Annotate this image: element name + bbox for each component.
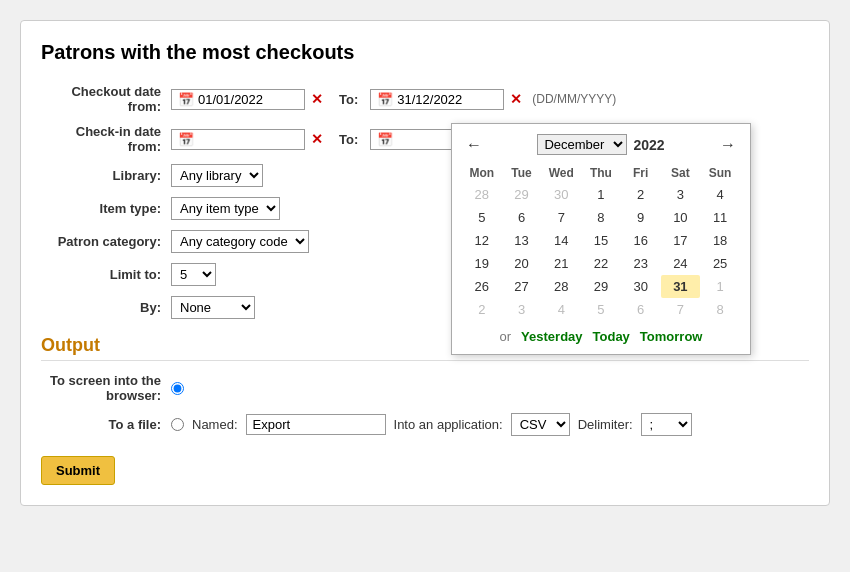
calendar-day-cell: 5	[581, 298, 621, 321]
cal-next-button[interactable]: →	[716, 136, 740, 154]
calendar-day-cell: 29	[502, 183, 542, 206]
calendar-day-cell[interactable]: 20	[502, 252, 542, 275]
into-app-label: Into an application:	[394, 417, 503, 432]
calendar-icon-checkout-to: 📅	[377, 92, 393, 107]
page-container: Patrons with the most checkouts Checkout…	[20, 20, 830, 506]
checkout-date-from-wrapper: 📅	[171, 89, 305, 110]
item-type-select[interactable]: Any item type	[171, 197, 280, 220]
calendar-day-cell: 2	[462, 298, 502, 321]
checkout-date-to-label: To:	[339, 92, 358, 107]
to-file-row: To a file: Named: Into an application: C…	[41, 413, 809, 436]
cal-today-link[interactable]: Today	[593, 329, 630, 344]
calendar-day-cell[interactable]: 16	[621, 229, 661, 252]
cal-yesterday-link[interactable]: Yesterday	[521, 329, 582, 344]
to-file-radio[interactable]	[171, 418, 184, 431]
checkout-date-from-input[interactable]	[198, 92, 298, 107]
calendar-day-cell[interactable]: 1	[581, 183, 621, 206]
calendar-header: ← JanuaryFebruaryMarch AprilMayJune July…	[462, 134, 740, 155]
patron-category-label: Patron category:	[41, 234, 171, 249]
calendar-day-cell[interactable]: 7	[541, 206, 581, 229]
library-select[interactable]: Any library	[171, 164, 263, 187]
calendar-weekdays-row: Mon Tue Wed Thu Fri Sat Sun	[462, 163, 740, 183]
submit-button[interactable]: Submit	[41, 456, 115, 485]
calendar-day-cell: 3	[502, 298, 542, 321]
to-screen-row: To screen into the browser:	[41, 373, 809, 403]
calendar-day-cell[interactable]: 25	[700, 252, 740, 275]
to-screen-radio[interactable]	[171, 382, 184, 395]
calendar-icon-checkin-from: 📅	[178, 132, 194, 147]
calendar-day-cell[interactable]: 19	[462, 252, 502, 275]
calendar-day-cell[interactable]: 8	[581, 206, 621, 229]
cal-weekday-thu: Thu	[581, 163, 621, 183]
calendar-day-cell[interactable]: 6	[502, 206, 542, 229]
calendar-day-cell[interactable]: 18	[700, 229, 740, 252]
calendar-week-row: 19202122232425	[462, 252, 740, 275]
item-type-controls: Any item type	[171, 197, 280, 220]
checkout-date-to-input[interactable]	[397, 92, 497, 107]
calendar-day-cell[interactable]: 10	[661, 206, 701, 229]
checkout-date-label: Checkout date from:	[41, 84, 171, 114]
cal-weekday-fri: Fri	[621, 163, 661, 183]
calendar-day-cell[interactable]: 11	[700, 206, 740, 229]
calendar-day-cell[interactable]: 17	[661, 229, 701, 252]
cal-or: or	[500, 329, 512, 344]
calendar-day-cell[interactable]: 12	[462, 229, 502, 252]
calendar-day-cell[interactable]: 26	[462, 275, 502, 298]
by-select[interactable]: None Library Item type	[171, 296, 255, 319]
calendar-day-cell[interactable]: 27	[502, 275, 542, 298]
delimiter-label: Delimiter:	[578, 417, 633, 432]
calendar-day-cell[interactable]: 2	[621, 183, 661, 206]
checkout-date-from-clear[interactable]: ✕	[311, 91, 323, 107]
cal-year: 2022	[633, 137, 664, 153]
calendar-footer: or Yesterday Today Tomorrow	[462, 329, 740, 344]
limit-to-select[interactable]: 5 10 20 50	[171, 263, 216, 286]
cal-month-select[interactable]: JanuaryFebruaryMarch AprilMayJune JulyAu…	[537, 134, 627, 155]
calendar-day-cell[interactable]: 5	[462, 206, 502, 229]
by-label: By:	[41, 300, 171, 315]
date-format-hint: (DD/MM/YYYY)	[532, 92, 616, 106]
calendar-day-cell[interactable]: 21	[541, 252, 581, 275]
calendar-day-cell: 6	[621, 298, 661, 321]
cal-tomorrow-link[interactable]: Tomorrow	[640, 329, 703, 344]
cal-prev-button[interactable]: ←	[462, 136, 486, 154]
calendar-day-cell: 4	[541, 298, 581, 321]
calendar-day-cell[interactable]: 30	[621, 275, 661, 298]
cal-weekday-tue: Tue	[502, 163, 542, 183]
item-type-label: Item type:	[41, 201, 171, 216]
calendar-day-cell[interactable]: 4	[700, 183, 740, 206]
calendar-day-cell[interactable]: 29	[581, 275, 621, 298]
checkin-date-from-clear[interactable]: ✕	[311, 131, 323, 147]
calendar-week-row: 2627282930311	[462, 275, 740, 298]
calendar-day-cell[interactable]: 24	[661, 252, 701, 275]
calendar-week-row: 567891011	[462, 206, 740, 229]
delimiter-select[interactable]: ; , | Tab	[641, 413, 692, 436]
checkin-date-from-input[interactable]	[198, 132, 298, 147]
calendar-day-cell[interactable]: 22	[581, 252, 621, 275]
calendar-day-cell[interactable]: 15	[581, 229, 621, 252]
to-screen-controls	[171, 382, 184, 395]
calendar-day-cell[interactable]: 13	[502, 229, 542, 252]
to-file-controls: Named: Into an application: CSV TSV ODS …	[171, 413, 692, 436]
calendar-day-cell[interactable]: 28	[541, 275, 581, 298]
patron-category-select[interactable]: Any category code	[171, 230, 309, 253]
csv-select[interactable]: CSV TSV ODS	[511, 413, 570, 436]
library-controls: Any library	[171, 164, 263, 187]
to-file-label: To a file:	[41, 417, 171, 432]
patron-category-controls: Any category code	[171, 230, 309, 253]
library-label: Library:	[41, 168, 171, 183]
calendar-day-cell[interactable]: 23	[621, 252, 661, 275]
checkout-date-controls: 📅 ✕ To: 📅 ✕ (DD/MM/YYYY)	[171, 89, 616, 110]
named-label: Named:	[192, 417, 238, 432]
checkin-date-from-wrapper: 📅	[171, 129, 305, 150]
named-input[interactable]	[246, 414, 386, 435]
checkout-date-to-clear[interactable]: ✕	[510, 91, 522, 107]
calendar-day-cell[interactable]: 31	[661, 275, 701, 298]
calendar-icon-checkin-to: 📅	[377, 132, 393, 147]
calendar-day-cell[interactable]: 9	[621, 206, 661, 229]
calendar-day-cell[interactable]: 14	[541, 229, 581, 252]
calendar-day-cell[interactable]: 3	[661, 183, 701, 206]
by-controls: None Library Item type	[171, 296, 255, 319]
calendar-popup: ← JanuaryFebruaryMarch AprilMayJune July…	[451, 123, 751, 355]
calendar-day-cell: 8	[700, 298, 740, 321]
calendar-week-row: 12131415161718	[462, 229, 740, 252]
